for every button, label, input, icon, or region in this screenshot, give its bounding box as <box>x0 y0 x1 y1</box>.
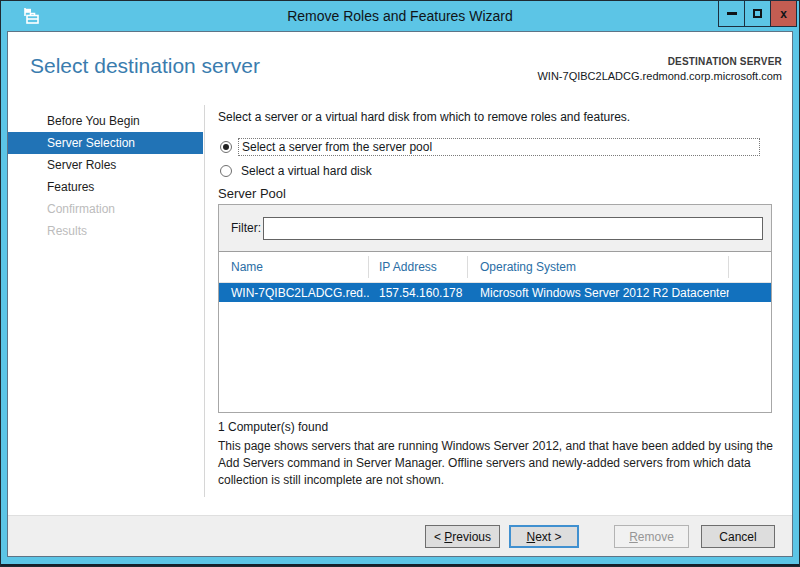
column-header-name[interactable]: Name <box>219 256 369 278</box>
minimize-button[interactable] <box>718 0 745 27</box>
window-controls: x <box>719 0 797 27</box>
radio-vhd-label[interactable]: Select a virtual hard disk <box>238 163 375 179</box>
page-title: Select destination server <box>30 54 260 78</box>
close-icon: x <box>780 7 787 21</box>
row-ip-address: 157.54.160.178 <box>369 286 468 300</box>
filter-area: Filter: <box>219 205 771 252</box>
maximize-icon <box>753 9 762 18</box>
close-button[interactable]: x <box>770 0 797 27</box>
radio-unselected-icon[interactable] <box>220 165 232 177</box>
computer-count-text: 1 Computer(s) found <box>218 420 328 434</box>
table-header: Name IP Address Operating System <box>219 252 771 283</box>
step-confirmation: Confirmation <box>8 198 203 220</box>
wizard-steps-nav: Before You Begin Server Selection Server… <box>8 110 203 242</box>
next-button[interactable]: Next > <box>509 525 579 548</box>
wizard-window: Remove Roles and Features Wizard x Selec… <box>0 0 800 567</box>
destination-server-name: WIN-7QIBC2LADCG.redmond.corp.microsoft.c… <box>537 70 782 82</box>
destination-server-block: DESTINATION SERVER WIN-7QIBC2LADCG.redmo… <box>537 56 782 82</box>
radio-server-pool-label[interactable]: Select a server from the server pool <box>238 138 760 156</box>
table-row[interactable]: WIN-7QIBC2LADCG.red... 157.54.160.178 Mi… <box>219 283 771 302</box>
page-description: This page shows servers that are running… <box>218 438 784 489</box>
window-title: Remove Roles and Features Wizard <box>1 1 799 31</box>
row-operating-system: Microsoft Windows Server 2012 R2 Datacen… <box>468 286 729 300</box>
minimize-icon <box>727 12 737 15</box>
pane-divider <box>204 105 205 497</box>
radio-select-vhd[interactable]: Select a virtual hard disk <box>220 162 375 180</box>
step-server-roles[interactable]: Server Roles <box>8 154 203 176</box>
destination-server-label: DESTINATION SERVER <box>537 56 782 67</box>
titlebar: Remove Roles and Features Wizard x <box>1 1 799 31</box>
server-pool-box: Filter: Name IP Address Operating System… <box>218 204 772 413</box>
row-server-name: WIN-7QIBC2LADCG.red... <box>219 286 369 300</box>
radio-selected-icon[interactable] <box>220 141 232 153</box>
wizard-footer: < Previous Next > Remove Cancel <box>8 515 792 556</box>
step-server-selection[interactable]: Server Selection <box>8 132 203 154</box>
radio-select-server-pool[interactable]: Select a server from the server pool <box>220 138 760 156</box>
server-pool-title: Server Pool <box>218 186 286 201</box>
previous-button[interactable]: < Previous <box>425 525 500 548</box>
maximize-button[interactable] <box>744 0 771 27</box>
step-before-you-begin[interactable]: Before You Begin <box>8 110 203 132</box>
intro-text: Select a server or a virtual hard disk f… <box>218 110 780 124</box>
step-results: Results <box>8 220 203 242</box>
column-header-ip-address[interactable]: IP Address <box>369 256 468 278</box>
filter-input[interactable] <box>263 217 763 240</box>
wizard-body: Select destination server DESTINATION SE… <box>7 31 793 557</box>
window-bottom-edge <box>1 564 799 566</box>
cancel-button[interactable]: Cancel <box>701 525 775 548</box>
step-features[interactable]: Features <box>8 176 203 198</box>
column-header-operating-system[interactable]: Operating System <box>468 256 729 278</box>
remove-button: Remove <box>614 525 689 548</box>
filter-label: Filter: <box>231 221 261 235</box>
column-header-spacer <box>729 256 771 278</box>
